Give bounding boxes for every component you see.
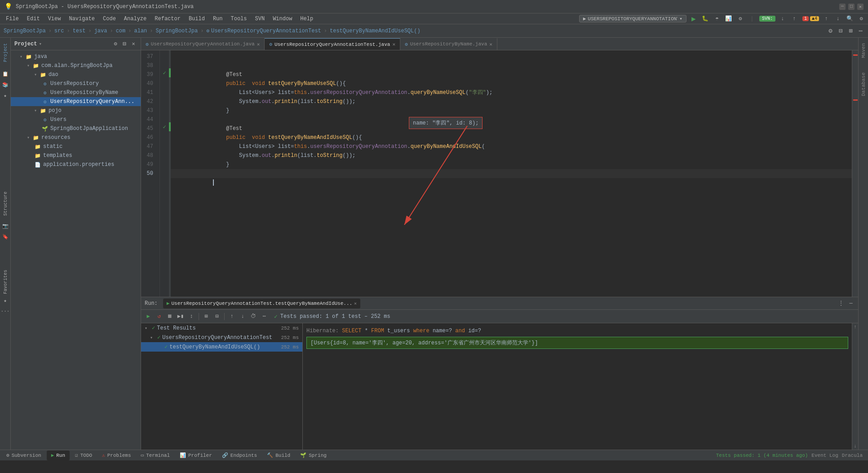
run-tab-close[interactable]: ✕ (354, 301, 357, 306)
maximize-button[interactable]: □ (848, 4, 855, 10)
menu-navigate[interactable]: Navigate (65, 15, 98, 23)
minimize-button[interactable]: ─ (839, 4, 846, 10)
menu-edit[interactable]: Edit (23, 15, 44, 23)
fav-icon[interactable]: ★ (1, 91, 10, 100)
tree-com-alan[interactable]: ▾ 📁 com.alan.SpringBootJpa (11, 61, 141, 70)
menu-build[interactable]: Build (185, 15, 208, 23)
more-run-button[interactable]: ⋯ (260, 312, 269, 321)
tab-close-2[interactable]: ✕ (392, 41, 395, 47)
debug-button[interactable]: 🐛 (701, 14, 710, 23)
tab-usersrepobyname[interactable]: ⚙ UsersRepositoryByName.java ✕ (400, 38, 497, 50)
profiler-button[interactable]: 📊 (724, 14, 733, 23)
tab-todo[interactable]: ☑ TODO (71, 451, 97, 460)
rerun-failed-button[interactable]: ↺ (155, 312, 164, 321)
svn-update-btn[interactable]: ↓ (778, 14, 787, 23)
settings-button[interactable]: ⚙ (857, 14, 866, 23)
menu-code[interactable]: Code (99, 15, 120, 23)
scroll-down-right[interactable]: ↓ (854, 443, 857, 449)
settings-icon[interactable]: ⚙ (827, 26, 834, 36)
tree-users[interactable]: ⚙ Users (11, 115, 141, 124)
tree-springbootapp[interactable]: 🌱 SpringBootJpaApplication (11, 124, 141, 133)
scroll-up-button[interactable]: ↑ (227, 312, 236, 321)
expand-icon[interactable]: ⊞ (847, 26, 854, 36)
close-button[interactable]: ✕ (857, 4, 864, 10)
project-icon[interactable]: Project (1, 41, 10, 64)
nav-method[interactable]: testQueryByNameAndIdUseSQL() (330, 28, 421, 34)
star-icon[interactable]: ★ (1, 296, 10, 305)
timer-button[interactable]: ⏱ (249, 312, 258, 321)
menu-help[interactable]: Help (297, 15, 317, 23)
bookmark-icon[interactable]: 🔖 (1, 232, 10, 241)
code-editor[interactable]: 37 38 39 40 41 42 43 44 45 46 47 48 49 5… (141, 50, 858, 297)
go-next-button[interactable]: ↓ (833, 14, 842, 23)
nav-class[interactable]: UsersRepositoryQueryAnnotationTest (211, 28, 321, 34)
tab-usersrepoannotation[interactable]: ⚙ UsersRepositoryQueryAnnotation.java ✕ (141, 38, 265, 50)
camera-icon[interactable]: 📷 (1, 221, 10, 230)
menu-tools[interactable]: Tools (227, 15, 251, 23)
favorites-icon[interactable]: Favorites (1, 270, 10, 294)
expand-all-button[interactable]: ⊞ (202, 312, 211, 321)
scroll-up-right[interactable]: ↑ (854, 324, 857, 330)
tree-static[interactable]: 📁 static (11, 142, 141, 151)
svn-commit-btn[interactable]: ↑ (790, 14, 799, 23)
nav-springbootjpa2[interactable]: SpringBootJpa (156, 28, 198, 34)
bottom-more-icon[interactable]: ⋮ (837, 300, 845, 307)
collapse-all-button[interactable]: ⊟ (213, 312, 221, 321)
go-prev-button[interactable]: ↑ (822, 14, 831, 23)
learn-icon[interactable]: 📚 (1, 80, 10, 89)
scroll-down-button[interactable]: ↓ (238, 312, 247, 321)
stop-button[interactable]: ⏹ (165, 312, 174, 321)
tab-profiler[interactable]: 📊 Profiler (175, 451, 217, 460)
close-panel-icon[interactable]: ✕ (130, 40, 137, 48)
menu-file[interactable]: File (2, 15, 22, 23)
menu-refactor[interactable]: Refactor (151, 15, 184, 23)
test-tree-class[interactable]: ▾ ✓ UsersRepositoryQueryAnnotationTest 2… (141, 333, 302, 342)
tab-problems[interactable]: ⚠ Problems (97, 451, 135, 460)
bottom-min-icon[interactable]: ─ (847, 300, 855, 307)
expand-panel-icon[interactable]: ⊟ (121, 40, 128, 48)
collapse-icon[interactable]: ⊟ (837, 26, 844, 36)
tab-endpoints[interactable]: 🔗 Endpoints (217, 451, 261, 460)
event-log-link[interactable]: Event Log (811, 453, 838, 458)
tree-pojo[interactable]: ▾ 📁 pojo (11, 106, 141, 115)
tab-subversion[interactable]: ⚙ Subversion (2, 451, 46, 460)
run-config-selector[interactable]: ▶ USERSREPOSITORYQUERYANNOTATIONTEST.TES… (579, 15, 686, 22)
nav-springbootjpa[interactable]: SpringBootJpa (4, 28, 46, 34)
tree-usersrepobyname[interactable]: ⚙ UsersRepositoryByName (11, 88, 141, 97)
search-everywhere-button[interactable]: 🔍 (845, 14, 854, 23)
menu-analyze[interactable]: Analyze (120, 15, 150, 23)
toggle-tree-button[interactable]: ▶▮ (176, 312, 185, 321)
commit-icon[interactable]: 📋 (1, 69, 10, 78)
tree-resources[interactable]: ▾ 📁 resources (11, 133, 141, 142)
tree-java[interactable]: ▾ 📁 java (11, 52, 141, 61)
menu-svn[interactable]: SVN (252, 15, 269, 23)
menu-run[interactable]: Run (209, 15, 226, 23)
nav-java[interactable]: java (94, 28, 107, 34)
database-label[interactable]: Database (860, 71, 867, 98)
tree-dao[interactable]: ▾ 📁 dao (11, 70, 141, 79)
sort-button[interactable]: ↕ (187, 312, 196, 321)
nav-test[interactable]: test (73, 28, 86, 34)
maven-label[interactable]: Maven (860, 41, 867, 60)
settings-panel-icon[interactable]: ⚙ (112, 40, 119, 48)
tab-usersrepoannotationtest[interactable]: ⚙ UsersRepositoryQueryAnnotationTest.jav… (265, 38, 400, 50)
code-content[interactable]: @Test public void testQueryByNameUseSQL(… (171, 50, 852, 297)
tab-terminal[interactable]: ▭ Terminal (137, 451, 174, 460)
more-icon[interactable]: ⋯ (857, 26, 864, 36)
nav-com[interactable]: com (116, 28, 126, 34)
test-tree-method[interactable]: ✓ testQueryByNameAndIdUseSQL() 252 ms (141, 342, 302, 352)
tree-usersrepoqueryann[interactable]: ⚙ UsersRepositoryQueryAnn... (11, 97, 141, 106)
test-tree-results[interactable]: ▾ ✓ Test Results 252 ms (141, 323, 302, 333)
tab-build[interactable]: 🔨 Build (262, 451, 295, 460)
tree-appprops[interactable]: 📄 application.properties (11, 160, 141, 169)
dots-icon[interactable]: ··· (1, 307, 10, 316)
run-button[interactable]: ▶ (689, 14, 698, 23)
menu-window[interactable]: Window (269, 15, 296, 23)
tab-close-3[interactable]: ✕ (489, 41, 492, 47)
rerun-button[interactable]: ▶ (144, 312, 153, 321)
tab-spring[interactable]: 🌱 Spring (296, 451, 331, 460)
tree-templates[interactable]: 📁 templates (11, 151, 141, 160)
structure-icon[interactable]: Structure (1, 192, 10, 216)
nav-alan[interactable]: alan (134, 28, 147, 34)
menu-view[interactable]: View (44, 15, 65, 23)
